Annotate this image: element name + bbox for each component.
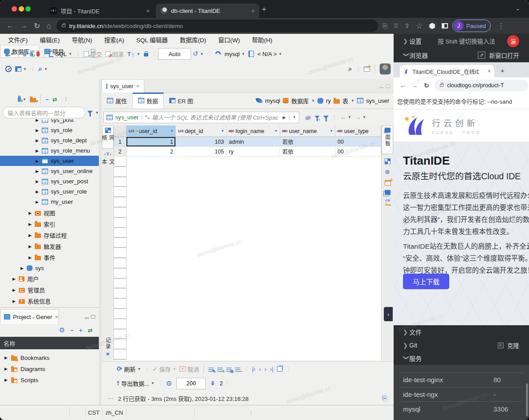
services-section-header[interactable]: ❯服务 (394, 351, 529, 365)
bookmark-star-icon[interactable]: ☆ (416, 21, 423, 31)
first-page-button[interactable]: |‹ (252, 366, 256, 372)
context-schema[interactable]: ry (326, 97, 331, 104)
tree-item-sys_post[interactable]: ▶sys_post (0, 119, 99, 125)
tree-item-sys_user_post[interactable]: ▶sys_user_post (0, 176, 99, 186)
perspective-icon[interactable]: ✦ (364, 66, 370, 72)
browser-section-header[interactable]: ❯ 浏览器 ⇗ 新窗口打开 (394, 48, 529, 62)
cell-user_type[interactable]: 00 (335, 137, 381, 147)
view-tab-text[interactable]: ‹T›文本 (102, 150, 114, 173)
user-avatar[interactable] (379, 63, 391, 75)
browser-tab-dbclient[interactable]: db-client - TitanIDE × (156, 4, 259, 18)
back-icon[interactable]: ← (400, 82, 406, 89)
cell-user_name[interactable]: 若依 (280, 147, 335, 157)
grid-row-1[interactable]: 1 1 103 admin 若依 00 (114, 137, 381, 147)
minimize-window-button[interactable] (19, 6, 24, 12)
search-button[interactable]: ⌕▼ (38, 65, 48, 73)
chevron-down-icon[interactable]: ▼ (351, 99, 354, 103)
tree-item-views[interactable]: ▶视图 (0, 208, 99, 218)
column-header-login_name[interactable]: ABClogin_name▼ (227, 125, 280, 137)
aggregate-icon[interactable]: ⊖⊕⊗▬ (385, 198, 391, 206)
expand-all-icon[interactable]: + (79, 327, 83, 334)
cell-user_name[interactable]: 若依 (280, 137, 335, 147)
metadata-icon[interactable]: ⊕ (385, 168, 390, 175)
tree-item-sys_user-selected[interactable]: ▶sys_user (0, 156, 99, 166)
minimize-view-buttons[interactable] (85, 313, 95, 320)
git-clone-button[interactable]: 克隆 (507, 341, 519, 350)
close-tab-icon[interactable]: × (251, 8, 255, 14)
save-filter-icon[interactable]: ▪ (314, 116, 320, 119)
quick-search-icon[interactable]: ⌕ (348, 65, 352, 73)
connect-button[interactable] (23, 52, 26, 57)
forward-icon[interactable]: → (411, 82, 418, 89)
download-button[interactable]: 马上下载 (403, 274, 449, 289)
rollback-button[interactable]: ↺回滚 (106, 50, 124, 58)
password-key-icon[interactable]: ⚿ (394, 22, 398, 29)
save-button[interactable]: ✓保存▼ (153, 365, 176, 373)
project-item-bookmarks[interactable]: ▶★Bookmarks (0, 352, 99, 363)
row-number[interactable]: 2 (114, 147, 126, 157)
close-tab-icon[interactable]: × (146, 8, 150, 14)
menu-edit[interactable]: 编辑(E) (40, 35, 60, 44)
chevron-down-icon[interactable]: ▼ (311, 99, 315, 103)
share-icon[interactable]: ⇪ (404, 22, 410, 29)
context-table-label[interactable]: 表 (342, 97, 348, 105)
project-item-diagrams[interactable]: ▶▣Diagrams (0, 363, 99, 374)
link-with-editor-button[interactable]: ⇄ (53, 96, 57, 103)
tree-item-sys_role_menu[interactable]: ▶sys_role_menu (0, 145, 99, 156)
refresh-button[interactable]: ⟳刷新▼ (117, 365, 141, 373)
home-icon[interactable]: ⌂ (46, 21, 51, 31)
view-tab-record[interactable]: 记录◉ (102, 335, 114, 359)
new-tab-button[interactable]: + (262, 5, 266, 14)
table-filter-input[interactable]: 输入表格名称的一部分 (3, 107, 85, 118)
cell-user_type[interactable]: 00 (335, 147, 381, 157)
next-page-button[interactable]: › (264, 366, 266, 372)
copy-status-icon[interactable]: ⎘ (382, 394, 387, 402)
side-panel-icon[interactable] (442, 23, 448, 28)
scrollbar-thumb[interactable] (526, 384, 528, 416)
apply-filter-icon[interactable]: ▶ (283, 115, 286, 120)
last-page-button[interactable]: ›| (270, 366, 273, 372)
tree-item-users[interactable]: ▶用户 (0, 274, 99, 284)
tree-item-sys_user_role[interactable]: ▶sys_user_role (0, 186, 99, 197)
extensions-puzzle-icon[interactable]: ⬢ (429, 21, 435, 31)
service-row-mysql[interactable]: mysql3306 (394, 405, 529, 413)
references-icon[interactable]: + (385, 179, 391, 186)
git-section-header[interactable]: ❯Git ⎘ 克隆 (394, 339, 529, 352)
collapse-all-icon[interactable]: − (70, 327, 74, 334)
corner-cell[interactable] (114, 125, 126, 137)
tree-item-triggers[interactable]: ▶触发器 (0, 241, 99, 251)
add-row-button[interactable]: + (217, 366, 223, 372)
cell-dept_id[interactable]: 103 (176, 137, 227, 147)
settings-section-header[interactable]: ❯ 设置 按 Shift 键切换输入法 演 (394, 34, 529, 48)
tree-item-sys_user_online[interactable]: ▶sys_user_online (0, 166, 99, 176)
sql-editor-button[interactable]: SQL▼ (49, 51, 72, 57)
browser-tab-projects[interactable]: ‹t› 项目 - TitanIDE × (45, 4, 154, 18)
traffic-lights[interactable] (12, 6, 31, 13)
cell-user_id[interactable]: 2 (126, 147, 176, 157)
clipboard-icon[interactable]: ⎘ (383, 22, 387, 30)
cell-dept_id[interactable]: 105 (176, 147, 227, 157)
fetch-next-segment-icon[interactable]: ⤋ (210, 380, 215, 387)
context-table-name[interactable]: sys_user (366, 97, 389, 104)
calc-panel-icon[interactable] (385, 189, 391, 195)
subtab-data[interactable]: 数据 (132, 93, 164, 109)
forward-icon[interactable]: → (20, 21, 28, 30)
menu-search[interactable]: 搜索(A) (104, 35, 124, 44)
fetch-size-input[interactable] (176, 378, 206, 389)
grid-row-2[interactable]: 2 2 105 ry 若依 00 (114, 147, 381, 157)
dashboard-button[interactable] (5, 66, 12, 72)
active-schema-selector[interactable]: < N/A >▼ (257, 51, 282, 57)
autocommit-lock-icon[interactable] (144, 51, 148, 57)
back-icon[interactable]: ← (6, 21, 14, 30)
filter-history-icon[interactable]: ▼ (293, 115, 296, 119)
menu-navigate[interactable]: 导航(N) (72, 35, 92, 44)
clear-filter-icon[interactable] (305, 115, 311, 120)
new-folder-button[interactable]: + (30, 97, 36, 102)
filter-dropdown-icon[interactable]: ▼ (95, 111, 99, 115)
sort-icon[interactable]: ▼ (330, 129, 333, 133)
new-connection-small-button[interactable]: +▼ (18, 97, 26, 102)
column-header-dept_id[interactable]: 123dept_id▼ (176, 125, 227, 137)
menu-database[interactable]: 数据库(D) (180, 35, 206, 44)
reconnect-button[interactable]: ↻ (30, 52, 33, 57)
edit-row-button[interactable]: ✎ (208, 366, 214, 372)
